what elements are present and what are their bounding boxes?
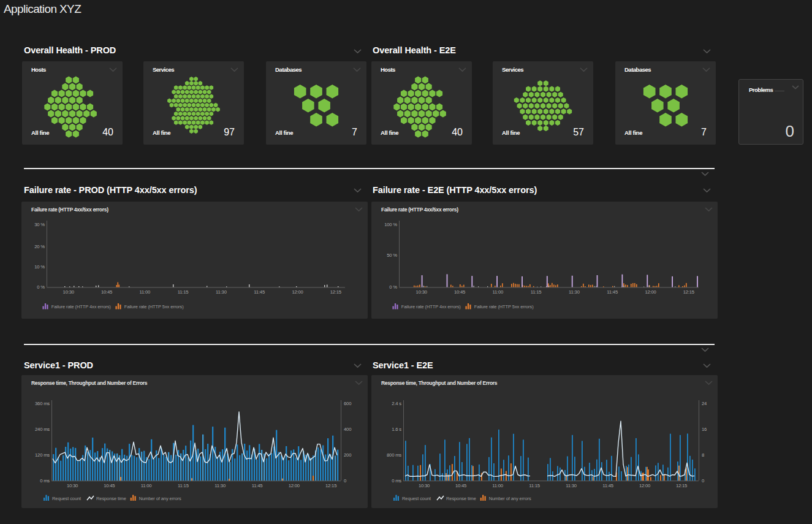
svg-text:12:00: 12:00 [645, 289, 656, 295]
svg-text:12:15: 12:15 [325, 483, 336, 488]
svg-text:20 %: 20 % [34, 244, 45, 249]
svg-text:30 %: 30 % [34, 222, 45, 227]
svg-text:12:15: 12:15 [683, 289, 694, 295]
svg-text:11:15: 11:15 [178, 483, 189, 488]
svg-text:10:45: 10:45 [455, 483, 466, 488]
svg-text:11:30: 11:30 [216, 289, 227, 295]
svg-text:11:15: 11:15 [178, 289, 189, 295]
svg-text:Failure rate (HTTP 5xx errors): Failure rate (HTTP 5xx errors) [474, 304, 534, 309]
svg-text:12:00: 12:00 [639, 483, 650, 488]
svg-text:240 ms: 240 ms [35, 427, 50, 432]
svg-text:0: 0 [344, 478, 346, 484]
svg-text:Request count: Request count [52, 496, 82, 501]
svg-text:200: 200 [344, 452, 351, 458]
svg-text:11:45: 11:45 [602, 483, 613, 488]
svg-text:10:45: 10:45 [101, 289, 112, 295]
svg-text:0 %: 0 % [389, 284, 397, 290]
svg-text:50 %: 50 % [387, 253, 397, 258]
svg-text:12:00: 12:00 [289, 483, 300, 488]
svg-text:11:00: 11:00 [139, 289, 150, 295]
svg-text:1.6 s: 1.6 s [392, 427, 401, 432]
svg-text:10:30: 10:30 [63, 289, 74, 295]
svg-text:0 %: 0 % [37, 284, 45, 290]
svg-text:10 %: 10 % [34, 264, 45, 270]
svg-text:100 %: 100 % [384, 222, 397, 227]
svg-text:11:30: 11:30 [566, 483, 577, 488]
svg-text:24: 24 [702, 401, 707, 406]
svg-text:12:00: 12:00 [292, 289, 303, 295]
svg-text:11:15: 11:15 [531, 289, 542, 295]
svg-text:0: 0 [702, 478, 704, 484]
svg-text:11:30: 11:30 [214, 483, 226, 488]
svg-text:10:30: 10:30 [416, 289, 427, 295]
svg-text:12:15: 12:15 [330, 289, 341, 295]
svg-text:0 ms: 0 ms [40, 478, 50, 484]
svg-text:0 ms: 0 ms [392, 478, 401, 484]
svg-text:12:15: 12:15 [676, 483, 687, 488]
svg-text:360 ms: 360 ms [35, 401, 50, 406]
svg-text:11:30: 11:30 [569, 289, 580, 295]
svg-text:2.4 s: 2.4 s [392, 401, 401, 406]
svg-text:16: 16 [702, 427, 707, 432]
svg-text:120 ms: 120 ms [35, 452, 50, 458]
svg-text:Failure rate (HTTP 4xx errors): Failure rate (HTTP 4xx errors) [401, 304, 461, 309]
svg-text:11:00: 11:00 [492, 483, 503, 488]
svg-text:10:45: 10:45 [454, 289, 465, 295]
svg-text:8: 8 [702, 452, 704, 458]
svg-text:11:45: 11:45 [254, 289, 265, 295]
svg-text:11:45: 11:45 [607, 289, 618, 295]
svg-text:10:30: 10:30 [67, 483, 78, 488]
svg-text:10:45: 10:45 [104, 483, 115, 488]
svg-text:Failure rate (HTTP 5xx errors): Failure rate (HTTP 5xx errors) [124, 304, 184, 309]
svg-text:400: 400 [344, 427, 351, 432]
svg-text:Response time: Response time [96, 496, 126, 501]
svg-text:11:45: 11:45 [252, 483, 263, 488]
svg-text:11:00: 11:00 [492, 289, 503, 295]
svg-text:10:30: 10:30 [419, 483, 430, 488]
svg-text:11:15: 11:15 [529, 483, 540, 488]
svg-text:Number of any errors: Number of any errors [489, 496, 531, 501]
svg-text:Number of any errors: Number of any errors [139, 496, 181, 501]
svg-text:Failure rate (HTTP 4xx errors): Failure rate (HTTP 4xx errors) [51, 304, 111, 309]
svg-text:800 ms: 800 ms [387, 452, 401, 458]
svg-text:600: 600 [344, 401, 351, 406]
svg-text:Request count: Request count [402, 496, 431, 501]
svg-text:11:00: 11:00 [141, 483, 152, 488]
svg-text:Response time: Response time [446, 496, 476, 501]
